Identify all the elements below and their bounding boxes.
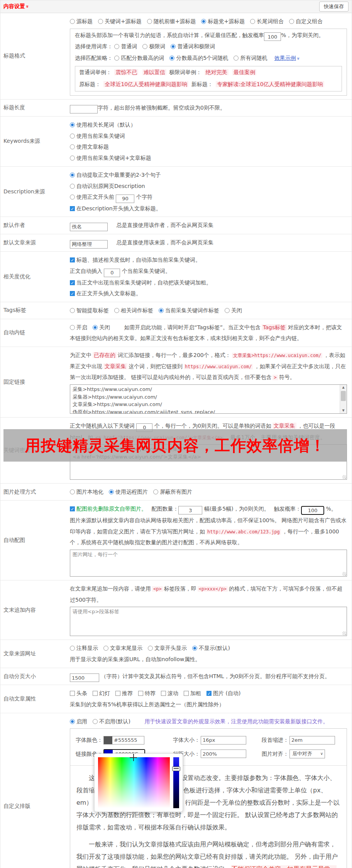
radio-option[interactable]: 注释显示 [70, 645, 98, 651]
relevance-checkbox-2[interactable]: 当正文中出现当前采集关键词时，自动把该关键词加粗。 [70, 277, 347, 288]
description-chars-input[interactable] [116, 195, 134, 203]
radio-unchecked-icon[interactable] [70, 489, 75, 494]
radio-unchecked-icon[interactable] [114, 308, 119, 313]
radio-option[interactable]: 智能提取标签 [70, 307, 109, 313]
radio-option[interactable]: 图片本地化 [70, 489, 103, 495]
radio-unchecked-icon[interactable] [70, 134, 75, 139]
checkbox-option[interactable]: 图片 (自动) [206, 690, 240, 696]
slider-handle[interactable] [172, 766, 180, 771]
radio-option[interactable]: 关闭 [93, 324, 110, 330]
description-title-checkbox[interactable]: 在Description开头插入文章标题。 [70, 203, 347, 214]
checkbox-unchecked-icon[interactable] [70, 691, 75, 696]
radio-option[interactable]: 匹配分数最高的词 [114, 55, 164, 61]
checkbox-checked-icon[interactable] [70, 506, 75, 511]
checkbox-checked-icon[interactable] [206, 691, 212, 696]
radio-option[interactable]: 普通词 [114, 43, 137, 49]
radio-checked-icon[interactable] [159, 308, 164, 313]
radio-option[interactable]: 关键词+源标题 [98, 18, 142, 24]
radio-option[interactable]: 使用远程图片 [109, 489, 148, 495]
title-probability-input[interactable] [264, 32, 281, 41]
checkbox-checked-icon[interactable] [70, 206, 75, 211]
radio-option[interactable]: 普通词和极限词 [171, 43, 215, 49]
color-picker-value-slider[interactable] [173, 757, 179, 808]
insert-count-input[interactable] [104, 269, 120, 277]
radio-unchecked-icon[interactable] [70, 195, 75, 200]
default-source-input[interactable] [70, 240, 108, 249]
radio-unchecked-icon[interactable] [70, 184, 75, 189]
radio-option[interactable]: 不显示(默认) [192, 645, 230, 651]
indent-input[interactable] [289, 736, 335, 744]
resize-grip-icon[interactable] [342, 475, 346, 479]
radio-checked-icon[interactable] [70, 173, 75, 178]
radio-option[interactable]: 使用相关长尾词（默认） [70, 119, 347, 130]
resize-grip-icon[interactable] [342, 631, 346, 635]
auto-image-checkbox[interactable]: 配图前先删除原文自带图片。 [70, 506, 147, 512]
checkbox-option[interactable]: 特荐 [138, 690, 156, 696]
default-author-input[interactable] [70, 223, 108, 231]
image-count-input[interactable] [178, 506, 202, 514]
radio-option[interactable]: 关闭 [225, 307, 242, 313]
radio-option[interactable]: 屏蔽所有图片 [153, 489, 192, 495]
image-urls-textarea[interactable] [70, 550, 347, 577]
radio-option[interactable]: 使用当前采集关键词+文章标题 [70, 152, 347, 164]
quick-save-button[interactable]: 快速保存 [319, 2, 349, 12]
checkbox-option[interactable]: 推荐 [115, 690, 133, 696]
textarea-scrollbar[interactable]: ▲ ▼ [340, 385, 347, 413]
checkbox-option[interactable]: 幻灯 [93, 690, 110, 696]
line-height-input[interactable] [201, 750, 246, 758]
radio-unchecked-icon[interactable] [250, 19, 255, 24]
description-option-3[interactable]: 使用正文开头前 个字符 [70, 191, 347, 203]
checkbox-checked-icon[interactable] [70, 291, 75, 296]
radio-option[interactable]: 极限词 [142, 43, 165, 49]
checkbox-unchecked-icon[interactable] [161, 691, 166, 696]
radio-unchecked-icon[interactable] [70, 308, 75, 313]
radio-checked-icon[interactable] [192, 646, 197, 651]
radio-unchecked-icon[interactable] [98, 19, 103, 24]
radio-unchecked-icon[interactable] [147, 19, 152, 24]
scroll-up-icon[interactable]: ▲ [342, 385, 344, 390]
radio-option[interactable]: 长尾词组合 [250, 18, 284, 24]
radio-unchecked-icon[interactable] [142, 44, 147, 49]
color-picker-crosshair-icon[interactable] [130, 754, 137, 761]
font-color-control[interactable] [103, 736, 144, 744]
radio-checked-icon[interactable] [70, 719, 75, 724]
radio-option[interactable]: 分数最高的5个词随机 [169, 55, 228, 61]
radio-checked-icon[interactable] [201, 19, 206, 24]
radio-option[interactable]: 文章开头显示 [148, 645, 187, 651]
checkbox-unchecked-icon[interactable] [93, 691, 98, 696]
font-color-input[interactable] [112, 736, 144, 744]
radio-option[interactable]: 使用当前采集关键词 [70, 130, 347, 142]
radio-option[interactable]: 文章末尾显示 [103, 645, 142, 651]
description-option-1[interactable]: 自动提取正文中最重要的2-3个句子 [70, 169, 347, 181]
radio-unchecked-icon[interactable] [70, 156, 75, 161]
page-size-input[interactable] [70, 673, 99, 682]
radio-unchecked-icon[interactable] [225, 308, 230, 313]
image-align-select[interactable]: 居中对齐∨ [289, 750, 325, 758]
radio-option[interactable]: 随机前缀+源标题 [147, 18, 196, 24]
fixed-links-textarea[interactable]: 采集>https://www.ucaiyun.com/ 采集器>https://… [70, 384, 347, 414]
title-length-input[interactable] [70, 105, 98, 113]
page-title[interactable]: 内容设置» [3, 3, 29, 10]
radio-unchecked-icon[interactable] [70, 19, 75, 24]
image-prob-input[interactable] [301, 506, 324, 515]
checkbox-option[interactable]: 加粗 [184, 690, 201, 696]
radio-checked-icon[interactable] [169, 56, 174, 61]
checkbox-checked-icon[interactable] [70, 257, 75, 262]
radio-option[interactable]: 使用文章标题 [70, 141, 347, 152]
radio-checked-icon[interactable] [109, 489, 114, 494]
checkbox-unchecked-icon[interactable] [115, 691, 120, 696]
radio-option[interactable]: 开启 [70, 324, 87, 330]
scroll-down-icon[interactable]: ▼ [342, 408, 344, 413]
radio-unchecked-icon[interactable] [70, 646, 75, 651]
checkbox-unchecked-icon[interactable] [184, 691, 189, 696]
radio-checked-icon[interactable] [171, 44, 176, 49]
radio-option[interactable]: 不启用(默认) [93, 718, 130, 724]
radio-option[interactable]: 源标题 [70, 18, 93, 24]
radio-unchecked-icon[interactable] [114, 56, 119, 61]
resize-grip-icon[interactable] [342, 572, 346, 576]
radio-unchecked-icon[interactable] [93, 719, 98, 724]
radio-unchecked-icon[interactable] [289, 19, 294, 24]
radio-checked-icon[interactable] [93, 325, 98, 330]
radio-option[interactable]: 自定义组合 [289, 18, 323, 24]
checkbox-checked-icon[interactable] [70, 280, 75, 285]
